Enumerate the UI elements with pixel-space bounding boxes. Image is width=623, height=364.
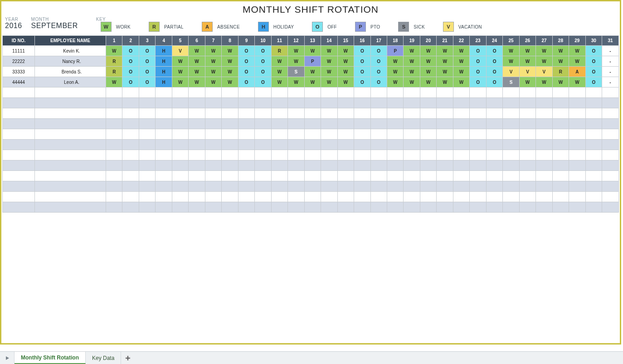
shift-cell[interactable]: W xyxy=(288,77,304,87)
shift-cell[interactable] xyxy=(420,171,436,181)
shift-cell[interactable] xyxy=(503,171,519,181)
shift-cell[interactable] xyxy=(139,160,155,171)
shift-cell[interactable] xyxy=(354,160,370,171)
year-value[interactable]: 2016 xyxy=(5,22,22,30)
tab-monthly-shift-rotation[interactable]: Monthly Shift Rotation xyxy=(15,352,86,364)
shift-cell[interactable]: P xyxy=(304,56,321,67)
shift-cell[interactable] xyxy=(536,129,552,140)
shift-cell[interactable] xyxy=(552,150,569,160)
shift-cell[interactable] xyxy=(404,202,420,213)
shift-cell[interactable] xyxy=(470,119,486,129)
shift-cell[interactable] xyxy=(420,87,436,98)
employee-id[interactable] xyxy=(3,108,35,119)
shift-cell[interactable] xyxy=(519,150,535,160)
shift-cell[interactable] xyxy=(453,87,469,98)
shift-cell[interactable] xyxy=(569,181,585,192)
shift-cell[interactable] xyxy=(321,192,337,202)
shift-cell[interactable]: O xyxy=(585,56,602,67)
shift-cell[interactable] xyxy=(238,98,254,108)
shift-cell[interactable]: W xyxy=(172,67,188,77)
shift-cell[interactable] xyxy=(602,150,619,160)
shift-cell[interactable] xyxy=(453,129,469,140)
shift-cell[interactable] xyxy=(585,192,602,202)
shift-cell[interactable] xyxy=(420,129,436,140)
shift-cell[interactable] xyxy=(172,171,188,181)
shift-cell[interactable] xyxy=(255,171,271,181)
shift-cell[interactable] xyxy=(321,119,337,129)
shift-cell[interactable] xyxy=(453,160,469,171)
shift-cell[interactable]: W xyxy=(519,56,535,67)
shift-cell[interactable] xyxy=(536,108,552,119)
shift-cell[interactable] xyxy=(156,202,172,213)
shift-cell[interactable]: O xyxy=(255,56,271,67)
shift-cell[interactable]: O xyxy=(486,77,502,87)
shift-cell[interactable] xyxy=(172,150,188,160)
shift-cell[interactable] xyxy=(304,98,321,108)
shift-cell[interactable]: O xyxy=(370,67,387,77)
shift-cell[interactable] xyxy=(536,160,552,171)
shift-cell[interactable]: W xyxy=(106,77,122,87)
shift-cell[interactable] xyxy=(255,119,271,129)
shift-cell[interactable] xyxy=(354,87,370,98)
table-row[interactable] xyxy=(3,202,619,213)
shift-cell[interactable] xyxy=(519,129,535,140)
shift-cell[interactable] xyxy=(288,140,304,150)
employee-name[interactable] xyxy=(34,150,106,160)
shift-cell[interactable]: W xyxy=(205,67,221,77)
shift-cell[interactable]: O xyxy=(238,67,254,77)
employee-name[interactable]: Leon A. xyxy=(34,77,106,87)
shift-cell[interactable] xyxy=(503,140,519,150)
shift-cell[interactable] xyxy=(486,98,502,108)
shift-cell[interactable] xyxy=(337,202,354,213)
shift-cell[interactable] xyxy=(602,140,619,150)
table-row[interactable] xyxy=(3,129,619,140)
employee-name[interactable] xyxy=(34,202,106,213)
shift-cell[interactable] xyxy=(122,160,139,171)
shift-cell[interactable]: W xyxy=(519,46,535,56)
shift-cell[interactable] xyxy=(255,181,271,192)
shift-cell[interactable]: W xyxy=(519,77,535,87)
shift-cell[interactable] xyxy=(503,98,519,108)
shift-cell[interactable] xyxy=(569,87,585,98)
shift-cell[interactable]: W xyxy=(437,56,453,67)
shift-cell[interactable] xyxy=(420,181,436,192)
shift-cell[interactable]: O xyxy=(585,67,602,77)
table-row[interactable]: 22222Nancy R.ROOHWWWWOOWWPWWOOWWWWWOOWWW… xyxy=(3,56,619,67)
employee-name[interactable]: Nancy R. xyxy=(34,56,106,67)
shift-cell[interactable] xyxy=(437,171,453,181)
shift-cell[interactable] xyxy=(222,108,238,119)
shift-cell[interactable] xyxy=(238,129,254,140)
add-sheet-button[interactable] xyxy=(121,352,135,364)
shift-cell[interactable]: W xyxy=(503,46,519,56)
shift-cell[interactable] xyxy=(255,150,271,160)
shift-cell[interactable] xyxy=(519,171,535,181)
shift-cell[interactable] xyxy=(404,171,420,181)
shift-cell[interactable] xyxy=(470,202,486,213)
shift-cell[interactable] xyxy=(321,98,337,108)
shift-cell[interactable]: W xyxy=(569,46,585,56)
shift-cell[interactable] xyxy=(519,119,535,129)
shift-cell[interactable] xyxy=(569,129,585,140)
shift-cell[interactable] xyxy=(486,87,502,98)
shift-cell[interactable]: O xyxy=(255,67,271,77)
shift-cell[interactable] xyxy=(172,129,188,140)
table-row[interactable] xyxy=(3,98,619,108)
shift-cell[interactable] xyxy=(271,192,287,202)
month-value[interactable]: SEPTEMBER xyxy=(31,22,78,30)
shift-cell[interactable] xyxy=(453,98,469,108)
shift-cell[interactable] xyxy=(387,202,403,213)
shift-cell[interactable] xyxy=(437,160,453,171)
shift-cell[interactable] xyxy=(189,202,205,213)
shift-cell[interactable] xyxy=(519,140,535,150)
shift-cell[interactable]: W xyxy=(321,77,337,87)
shift-cell[interactable]: O xyxy=(122,67,139,77)
shift-cell[interactable] xyxy=(387,87,403,98)
shift-cell[interactable] xyxy=(519,98,535,108)
shift-cell[interactable] xyxy=(122,150,139,160)
shift-cell[interactable] xyxy=(552,87,569,98)
employee-id[interactable] xyxy=(3,150,35,160)
shift-cell[interactable] xyxy=(156,192,172,202)
shift-cell[interactable] xyxy=(354,129,370,140)
shift-cell[interactable]: W xyxy=(437,67,453,77)
shift-cell[interactable] xyxy=(536,87,552,98)
